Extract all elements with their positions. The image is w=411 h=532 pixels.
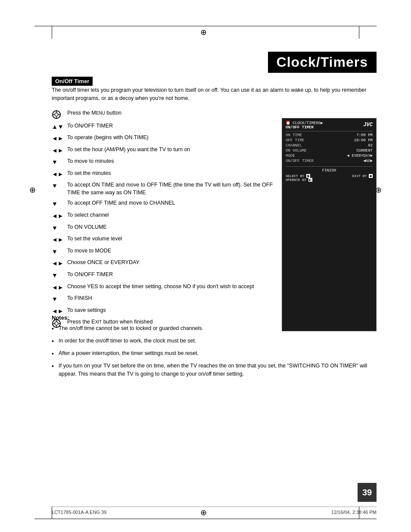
menu-brand: JVC — [363, 122, 373, 128]
menu-header: ⏰ CLOCK/TIMERS▶ ON/OFF TIMER JVC — [286, 121, 373, 131]
step-14: ▼ To ON/OFF TIMER — [52, 271, 273, 280]
menu-label-on-time: ON TIME — [286, 133, 302, 137]
step-10-icon: ▼ — [52, 224, 67, 233]
step-4-icon: ◄► — [52, 146, 67, 155]
crosshair-top: ⊕ — [200, 28, 207, 37]
menu-finish-label: FINISH — [286, 168, 373, 173]
menu-value-channel: 02 — [368, 143, 373, 148]
menu-finish: FINISH SELECT BY ▣ EXIT BY ■ OPERATE BY … — [286, 166, 373, 182]
menu-icon: ⏰ CLOCK/TIMERS▶ — [286, 121, 323, 125]
arrow-down-icon-5: ▼ — [52, 248, 58, 256]
arrow-down-icon-2: ▼ — [52, 182, 58, 190]
menu-finish-row-operate: OPERATE BY ◧ — [286, 178, 373, 182]
menu-row-mode: MODE ◄ EVERYDAY► — [286, 153, 373, 159]
page-container: ⊕ ⊕ ⊕ ⊕ Clock/Timers On/Off Timer The on… — [0, 0, 411, 532]
arrow-leftright-icon-7: ◄► — [52, 283, 64, 292]
steps-container: Press the MENU button ▲▼ To ON/OFF TIMER… — [52, 109, 377, 332]
menu-value-mode: ◄ EVERYDAY► — [347, 154, 373, 158]
note-4: • If you turn on your TV set before the … — [52, 362, 377, 378]
step-5-icon: ▼ — [52, 158, 67, 167]
step-6-text: To set the minutes — [67, 170, 273, 177]
menu-row-on-time: ON TIME 7:00 PM — [286, 133, 373, 138]
step-4: ◄► To set the hour (AM/PM) you want the … — [52, 146, 273, 155]
step-5: ▼ To move to minutes — [52, 158, 273, 167]
step-8: ▼ To accept OFF TIME and move to CHANNEL — [52, 199, 273, 208]
menu-operate-label: OPERATE BY ◧ — [286, 178, 312, 182]
menu-exit-label: EXIT BY ■ — [352, 174, 373, 178]
arrow-leftright-icon-5: ◄► — [52, 236, 64, 244]
crosshair-left: ⊕ — [29, 185, 36, 195]
note-1-text: The on/off time cannot be set to locked … — [59, 324, 377, 333]
step-11-text: To set the volume level — [67, 235, 273, 243]
remote-icon — [52, 110, 61, 119]
step-2-text: To ON/OFF TIMER — [67, 122, 273, 130]
step-12: ▼ To move to MODE — [52, 247, 273, 256]
step-9-text: To select channel — [67, 212, 273, 219]
arrow-leftright-icon-2: ◄► — [52, 146, 64, 155]
menu-row-volume: ON VOLUME CURRENT — [286, 148, 373, 153]
step-5-text: To move to minutes — [67, 158, 273, 165]
arrow-leftright-icon: ◄► — [52, 134, 64, 143]
step-9: ◄► To select channel — [52, 212, 273, 221]
step-8-text: To accept OFF TIME and move to CHANNEL — [67, 199, 273, 207]
note-3-bullet: • — [52, 349, 59, 358]
arrow-down-icon: ▼ — [52, 158, 58, 167]
section-heading: On/Off Timer — [52, 77, 93, 86]
border-top — [34, 26, 377, 26]
step-7-icon: ▼ — [52, 181, 67, 190]
step-12-text: To move to MODE — [67, 247, 273, 255]
step-16: ▼ To FINISH — [52, 295, 273, 304]
step-3-text: To operate (begins with ON TIME) — [67, 134, 273, 142]
step-10-text: To ON VOLUME — [67, 224, 273, 231]
step-4-text: To set the hour (AM/PM) you want the TV … — [67, 146, 273, 154]
step-13-icon: ◄► — [52, 259, 67, 268]
step-14-icon: ▼ — [52, 271, 67, 280]
menu-label-timer: ON/OFF TIMER — [286, 159, 314, 163]
menu-row-off-time: OFF TIME 10:00 PM — [286, 138, 373, 143]
footer: LCT1785-001A-A ENG 39 12/16/04, 2:38:46 … — [52, 507, 377, 515]
note-3: • After a power interruption, the timer … — [52, 349, 377, 358]
steps-list: Press the MENU button ▲▼ To ON/OFF TIMER… — [52, 109, 273, 332]
border-bottom — [34, 519, 377, 519]
step-2: ▲▼ To ON/OFF TIMER — [52, 122, 273, 131]
menu-label-channel: CHANNEL — [286, 143, 302, 148]
note-4-bullet: • — [52, 362, 59, 371]
arrow-down-icon-7: ▼ — [52, 295, 58, 304]
step-9-icon: ◄► — [52, 212, 67, 221]
menu-value-timer: ◄NO► — [363, 159, 373, 163]
menu-subtitle: ON/OFF TIMER — [286, 125, 323, 130]
step-1: Press the MENU button — [52, 109, 273, 119]
step-13-text: Choose ONCE or EVERYDAY — [67, 259, 273, 267]
note-3-text: After a power interruption, the timer se… — [59, 349, 377, 358]
notes-title: Notes: — [52, 314, 377, 321]
footer-right: 12/16/04, 2:38:46 PM — [331, 510, 377, 515]
step-8-icon: ▼ — [52, 199, 67, 208]
arrow-down-icon-3: ▼ — [52, 200, 58, 208]
menu-label-mode: MODE — [286, 154, 295, 158]
note-2-bullet: • — [52, 337, 59, 346]
step-16-text: To FINISH — [67, 295, 273, 302]
menu-row-channel: CHANNEL 02 — [286, 143, 373, 148]
step-14-text: To ON/OFF TIMER — [67, 271, 273, 279]
menu-label-volume: ON VOLUME — [286, 149, 307, 153]
step-15-text: Choose YES to accept the timer setting, … — [67, 283, 273, 291]
step-11-icon: ◄► — [52, 235, 67, 244]
step-11: ◄► To set the volume level — [52, 235, 273, 244]
arrow-updown-icon: ▲▼ — [52, 123, 64, 131]
step-6-icon: ◄► — [52, 170, 67, 179]
menu-value-off-time: 10:00 PM — [354, 138, 373, 143]
menu-select-label: SELECT BY ▣ — [286, 174, 310, 178]
border-right-top — [359, 26, 359, 39]
step-1-text: Press the MENU button — [67, 109, 273, 117]
menu-value-on-time: 7:00 PM — [356, 133, 373, 137]
step-15-icon: ◄► — [52, 283, 67, 292]
note-4-text: If you turn on your TV set before the on… — [59, 362, 377, 378]
step-16-icon: ▼ — [52, 295, 67, 304]
arrow-leftright-icon-3: ◄► — [52, 170, 64, 179]
step-10: ▼ To ON VOLUME — [52, 224, 273, 233]
arrow-leftright-icon-6: ◄► — [52, 259, 64, 268]
step-7: ▼ To accept ON TIME and move to OFF TIME… — [52, 181, 273, 196]
content-area: The on/off timer lets you program your t… — [52, 86, 377, 331]
intro-text: The on/off timer lets you program your t… — [52, 86, 377, 103]
note-1: • The on/off time cannot be set to locke… — [52, 324, 377, 333]
